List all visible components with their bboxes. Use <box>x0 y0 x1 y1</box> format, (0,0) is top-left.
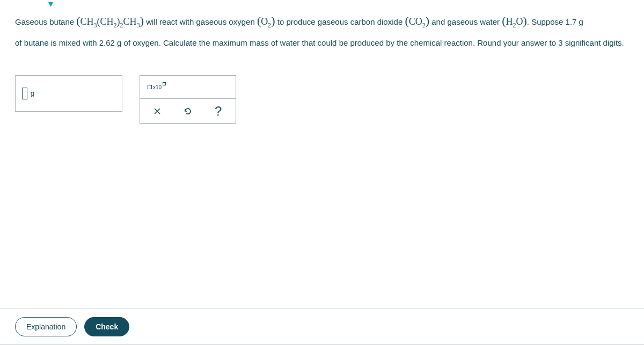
x-icon <box>153 107 162 116</box>
unit-label: g <box>31 90 34 97</box>
open-paren: ( <box>257 14 261 27</box>
open-paren: ( <box>405 14 408 27</box>
question-icon: ? <box>215 104 222 119</box>
prompt-line2: of butane is mixed with 2.62 g of oxygen… <box>15 35 629 51</box>
formula-o2: O2 <box>261 16 271 27</box>
question-prompt: Gaseous butane (CH3(CH2)2CH3) will react… <box>0 0 644 55</box>
input-cursor-icon <box>22 88 27 99</box>
explanation-button[interactable]: Explanation <box>15 317 77 336</box>
answer-row: g x10 ? <box>0 64 644 134</box>
prompt-text: will react with gaseous oxygen <box>146 17 257 26</box>
open-paren: ( <box>502 14 506 27</box>
formula-h2o: H2O <box>506 16 523 27</box>
formula-co2: CO2 <box>409 16 426 27</box>
close-paren: ) <box>140 14 144 27</box>
tool-panel: x10 ? <box>140 75 236 124</box>
check-button[interactable]: Check <box>84 317 129 336</box>
bottom-bar: Explanation Check <box>0 308 644 345</box>
undo-icon <box>183 106 193 116</box>
tool-panel-top: x10 <box>140 76 236 98</box>
open-paren: ( <box>76 14 80 27</box>
close-paren: ) <box>271 14 275 27</box>
prompt-text: . Suppose 1.7 g <box>527 17 583 26</box>
formula-butane: CH3(CH2)2CH3 <box>80 16 140 27</box>
close-paren: ) <box>523 14 527 27</box>
placeholder-box-icon <box>148 85 152 89</box>
exponent-box-icon <box>163 82 166 85</box>
sci-notation-button[interactable]: x10 <box>148 84 166 90</box>
prompt-text: and gaseous water <box>431 17 502 26</box>
clear-button[interactable] <box>145 102 170 121</box>
chevron-down-icon: ▾ <box>48 0 53 10</box>
x10-label: x10 <box>153 84 162 90</box>
help-button[interactable]: ? <box>206 102 231 121</box>
prompt-text: to produce gaseous carbon dioxide <box>277 17 405 26</box>
close-paren: ) <box>426 14 429 27</box>
answer-input[interactable]: g <box>15 75 122 112</box>
undo-button[interactable] <box>175 102 200 121</box>
tool-panel-bottom: ? <box>140 98 236 123</box>
prompt-text: Gaseous butane <box>15 17 76 26</box>
